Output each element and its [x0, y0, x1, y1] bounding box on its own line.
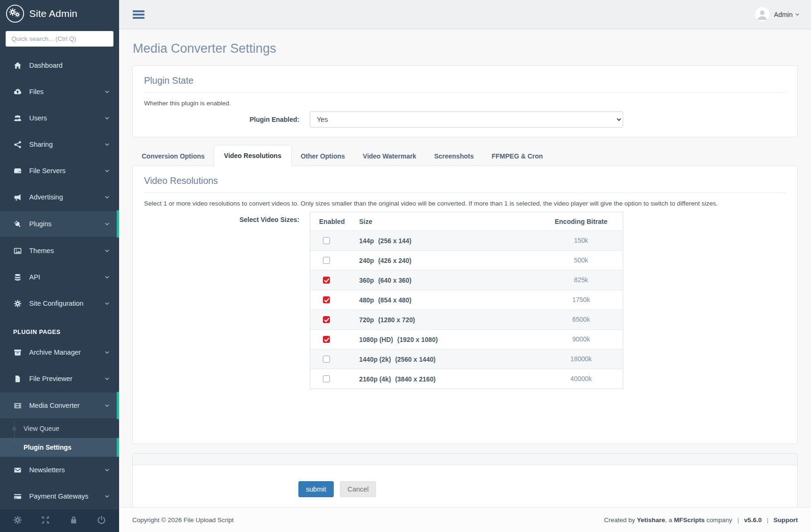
sidebar-item-label: Themes: [29, 247, 104, 254]
video-size-row: 360p(640 x 360)825k: [310, 270, 623, 290]
lock-button[interactable]: [69, 516, 78, 526]
sidebar-subitem-view-queue[interactable]: View Queue: [0, 419, 119, 438]
search-input[interactable]: [6, 31, 113, 47]
sidebar-item-advertising[interactable]: Advertising: [0, 184, 119, 210]
gear-button[interactable]: [13, 516, 22, 526]
film-icon: [14, 402, 22, 410]
resolution-enabled-checkbox[interactable]: [323, 356, 330, 363]
expand-icon: [41, 516, 50, 524]
sidebar-item-dashboard[interactable]: Dashboard: [0, 52, 119, 79]
sidebar-item-plugins[interactable]: Plugins: [0, 210, 119, 238]
size-dimensions: (854 x 480): [378, 297, 411, 304]
video-size-row: 720p(1280 x 720)6500k: [310, 310, 623, 330]
credits-suffix: company: [707, 516, 732, 524]
sidebar-item-media-converter[interactable]: Media Converter: [0, 392, 119, 419]
power-icon: [97, 516, 106, 524]
sidebar-item-file-servers[interactable]: File Servers: [0, 158, 119, 184]
tab-ffmpeg-cron[interactable]: FFMPEG & Cron: [482, 147, 552, 166]
page-footer: Copyright © 2026 File Upload Script Crea…: [119, 507, 811, 532]
cancel-button[interactable]: Cancel: [340, 481, 376, 497]
size-name: 480p: [359, 297, 374, 304]
chevron-down-icon: [104, 168, 110, 174]
plugin-state-card: Plugin State Whether this plugin is enab…: [132, 65, 798, 137]
vendor-name[interactable]: Yetishare: [637, 516, 665, 524]
page-title: Media Converter Settings: [133, 41, 798, 56]
encoding-bitrate-value: 1750k: [539, 290, 623, 310]
company-name[interactable]: MFScripts: [674, 516, 705, 524]
sidebar-item-site-configuration[interactable]: Site Configuration: [0, 290, 119, 317]
database-icon: [14, 273, 22, 281]
sidebar-item-payment-gateways[interactable]: Payment Gateways: [0, 483, 119, 509]
sidebar-item-file-previewer[interactable]: File Previewer: [0, 365, 119, 392]
sidebar-item-label: File Previewer: [29, 375, 104, 382]
tab-other-options[interactable]: Other Options: [292, 147, 354, 166]
encoding-bitrate-value: 825k: [539, 270, 623, 290]
resolution-enabled-checkbox[interactable]: [323, 237, 330, 244]
app-title: Site Admin: [29, 8, 77, 19]
tab-video-resolutions[interactable]: Video Resolutions: [214, 145, 292, 166]
sidebar-item-label: Media Converter: [29, 402, 104, 409]
resolution-enabled-checkbox[interactable]: [323, 336, 330, 343]
credits-prefix: Created by: [604, 516, 635, 524]
tab-screenshots[interactable]: Screenshots: [425, 147, 482, 166]
size-name: 2160p (4k): [359, 376, 391, 383]
size-dimensions: (1280 x 720): [378, 317, 415, 324]
main-area: Admin Media Converter Settings Plugin St…: [119, 0, 811, 532]
video-size-row: 2160p (4k)(3840 x 2160)40000k: [310, 369, 623, 389]
chevron-down-icon: [104, 350, 110, 355]
column-header-size: Size: [359, 212, 539, 231]
chevron-down-icon: [104, 301, 110, 306]
sidebar-item-sharing[interactable]: Sharing: [0, 131, 119, 158]
actions-card: submit Cancel: [132, 453, 798, 507]
sidebar-item-themes[interactable]: Themes: [0, 238, 119, 264]
file-icon: [14, 375, 22, 383]
separator: |: [763, 516, 772, 524]
select-video-sizes-label: Select Video Sizes:: [144, 212, 299, 389]
size-name: 240p: [359, 257, 374, 264]
sidebar-item-label: Files: [29, 88, 104, 95]
admin-user-menu[interactable]: Admin: [755, 7, 800, 22]
size-name: 1440p (2k): [359, 356, 391, 363]
sidebar-item-newsletters[interactable]: Newsletters: [0, 457, 119, 483]
tab-video-watermark[interactable]: Video Watermark: [354, 147, 426, 166]
size-name: 1080p (HD): [359, 336, 393, 343]
expand-button[interactable]: [41, 516, 50, 526]
encoding-bitrate-value: 18000k: [539, 349, 623, 369]
size-dimensions: (256 x 144): [378, 238, 411, 245]
sidebar-subitem-label: View Queue: [24, 425, 59, 432]
sidebar-item-archive-manager[interactable]: Archive Manager: [0, 339, 119, 365]
tab-conversion-options[interactable]: Conversion Options: [133, 147, 214, 166]
home-icon: [14, 62, 22, 70]
resolution-enabled-checkbox[interactable]: [323, 257, 330, 264]
sidebar-menu: DashboardFilesUsersSharingFile ServersAd…: [0, 52, 119, 509]
size-dimensions: (426 x 240): [378, 257, 411, 264]
sidebar-item-api[interactable]: API: [0, 264, 119, 290]
video-size-row: 1080p (HD)(1920 x 1080)9000k: [310, 330, 623, 349]
sidebar-submenu: View QueuePlugin Settings: [0, 419, 119, 457]
envelope-icon: [14, 466, 22, 474]
sidebar-item-label: Archive Manager: [29, 349, 104, 356]
submit-button[interactable]: submit: [298, 481, 334, 497]
hamburger-menu-button[interactable]: [133, 10, 145, 19]
size-dimensions: (2560 x 1440): [395, 356, 436, 363]
resolution-enabled-checkbox[interactable]: [323, 375, 330, 382]
sidebar-item-files[interactable]: Files: [0, 79, 119, 105]
sidebar-item-label: Site Configuration: [29, 300, 104, 307]
plugin-enabled-select[interactable]: Yes: [310, 111, 623, 127]
video-size-row: 480p(854 x 480)1750k: [310, 290, 623, 310]
plugin-state-description: Whether this plugin is enabled.: [144, 100, 786, 107]
page-content: Media Converter Settings Plugin State Wh…: [119, 29, 811, 507]
sidebar-item-users[interactable]: Users: [0, 105, 119, 131]
video-resolutions-card: Video Resolutions Select 1 or more video…: [132, 166, 798, 444]
version-label: v5.6.0: [744, 516, 762, 524]
settings-tab-bar: Conversion OptionsVideo ResolutionsOther…: [132, 145, 798, 166]
support-link[interactable]: Support: [773, 516, 798, 524]
credits-text: Created by Yetishare, a MFScripts compan…: [604, 516, 798, 524]
resolution-enabled-checkbox[interactable]: [323, 316, 330, 323]
resolution-enabled-checkbox[interactable]: [323, 296, 330, 303]
credits-connector: , a: [665, 516, 672, 524]
power-button[interactable]: [97, 516, 106, 526]
divider: [144, 92, 786, 93]
resolution-enabled-checkbox[interactable]: [323, 277, 330, 284]
sidebar-subitem-plugin-settings[interactable]: Plugin Settings: [0, 438, 119, 457]
